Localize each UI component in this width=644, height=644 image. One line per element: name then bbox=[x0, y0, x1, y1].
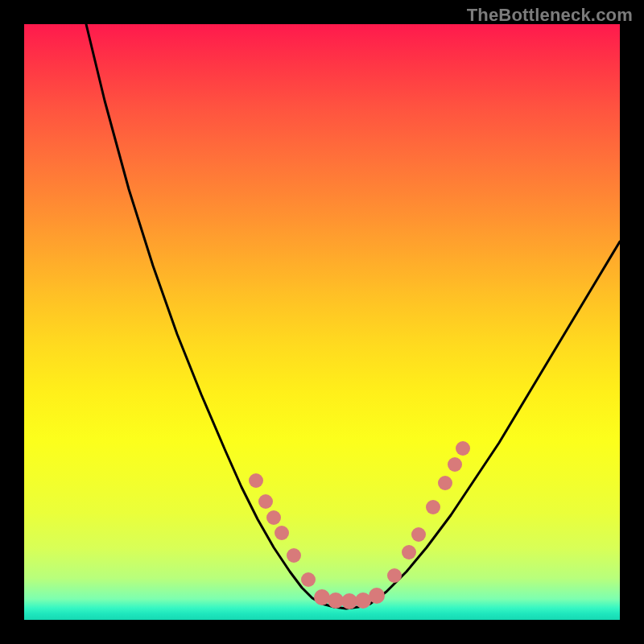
marker-group bbox=[249, 441, 470, 609]
data-marker bbox=[258, 494, 273, 509]
data-marker bbox=[249, 473, 263, 488]
plot-area bbox=[24, 24, 620, 620]
data-marker bbox=[402, 545, 416, 559]
data-marker bbox=[287, 548, 301, 563]
data-marker bbox=[438, 476, 452, 490]
outer-frame: TheBottleneck.com bbox=[0, 0, 644, 644]
data-marker bbox=[387, 568, 402, 583]
data-marker bbox=[369, 588, 385, 604]
data-marker bbox=[456, 441, 470, 456]
curve-path bbox=[86, 24, 620, 609]
data-marker bbox=[301, 572, 316, 587]
data-marker bbox=[411, 527, 426, 542]
data-marker bbox=[328, 592, 344, 609]
data-marker bbox=[275, 526, 289, 540]
data-marker bbox=[314, 589, 330, 605]
curve-group bbox=[86, 24, 620, 609]
data-marker bbox=[426, 500, 440, 514]
watermark-text: TheBottleneck.com bbox=[467, 5, 633, 26]
data-marker bbox=[341, 593, 357, 609]
data-marker bbox=[355, 592, 371, 609]
data-marker bbox=[448, 457, 462, 472]
chart-svg bbox=[24, 24, 620, 620]
data-marker bbox=[266, 510, 281, 525]
